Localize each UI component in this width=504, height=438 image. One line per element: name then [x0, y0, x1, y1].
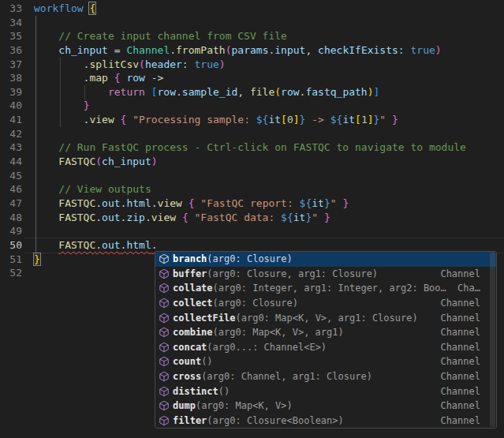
code-token: ( [95, 155, 102, 167]
code-token: row [281, 86, 299, 98]
code-token: ) [368, 86, 374, 98]
line-number[interactable]: 33 [0, 2, 22, 16]
code-token: = [108, 44, 126, 56]
code-token: Channel [126, 44, 170, 56]
symbol-method-icon [158, 356, 170, 367]
code-line[interactable]: workflow { [34, 2, 504, 16]
suggest-item-combine[interactable]: combine(arg0: Map<K, V>, arg1)Channel [155, 325, 496, 340]
code-line[interactable]: FASTQC.out.html. [34, 238, 504, 253]
suggest-item-signature: (arg0: Map<K, V>) [196, 400, 293, 411]
code-line[interactable]: .map { row -> [34, 71, 504, 85]
code-line[interactable] [34, 127, 504, 141]
code-line[interactable]: .view { "Processing sample: ${it[0]} -> … [34, 113, 504, 127]
code-token [34, 86, 108, 98]
code-token: FASTQC [58, 212, 95, 223]
code-token: sample_id [182, 86, 237, 98]
code-token: "Processing sample: [133, 114, 256, 125]
line-number[interactable]: 41 [0, 113, 22, 127]
code-token: . [95, 239, 102, 251]
line-number[interactable]: 47 [0, 197, 22, 211]
code-token: . [95, 197, 102, 209]
code-token: " [379, 114, 386, 125]
line-number[interactable]: 45 [0, 169, 22, 183]
code-token: . [34, 72, 89, 84]
code-line[interactable]: return [row.sample_id, file(row.fastq_pa… [34, 85, 504, 99]
code-area[interactable]: workflow { // Create input channel from … [34, 2, 504, 280]
code-token: checkIfExists: [318, 44, 405, 56]
code-line[interactable]: FASTQC.out.zip.view { "FastQC data: ${it… [34, 211, 504, 225]
suggest-item-cross[interactable]: cross(arg0: Channel, arg1: Closure)Chann… [155, 369, 496, 384]
code-token: . [151, 197, 158, 209]
line-number[interactable]: 37 [0, 58, 22, 72]
line-number[interactable]: 50 [0, 238, 22, 253]
suggest-item-return-type: Channel [434, 400, 480, 411]
code-line[interactable]: // Run FastQC process - Ctrl-click on FA… [34, 140, 504, 155]
line-number[interactable]: 40 [0, 99, 22, 113]
line-number[interactable]: 43 [0, 140, 22, 155]
code-token [318, 212, 324, 223]
suggest-item-branch[interactable]: branch(arg0: Closure) [155, 252, 496, 267]
suggest-item-collate[interactable]: collate(arg0: Integer, arg1: Integer, ar… [155, 281, 496, 296]
code-line[interactable]: // View outputs [34, 182, 504, 197]
line-number[interactable]: 51 [0, 253, 22, 267]
code-token [34, 30, 58, 42]
suggest-item-filter[interactable]: filter(arg0: Closure<Boolean>)Channel [155, 414, 496, 429]
code-token: it [342, 114, 355, 125]
code-line[interactable]: // Create input channel from CSV file [34, 29, 504, 43]
code-token [189, 212, 195, 223]
suggest-item-label: combine [173, 327, 213, 338]
code-token [176, 212, 182, 223]
code-line[interactable] [34, 16, 504, 30]
code-token: true [411, 44, 435, 56]
suggest-item-buffer[interactable]: buffer(arg0: Closure, arg1: Closure)Chan… [155, 267, 496, 282]
suggest-item-collectFile[interactable]: collectFile(arg0: Map<K, V>, arg1: Closu… [155, 310, 496, 325]
suggest-scrollbar[interactable] [490, 253, 495, 427]
code-line[interactable]: .splitCsv(header: true) [34, 58, 504, 72]
code-token: input [274, 44, 305, 56]
code-token: true [195, 58, 219, 70]
code-token: -> [305, 114, 330, 125]
code-token: row [126, 72, 144, 84]
line-number[interactable]: 36 [0, 43, 22, 58]
line-number[interactable]: 34 [0, 16, 22, 30]
code-token [145, 86, 151, 98]
symbol-method-icon [158, 268, 170, 279]
suggest-item-return-type: Cha… [451, 283, 480, 294]
autocomplete-popup: branch(arg0: Closure)buffer(arg0: Closur… [155, 251, 497, 429]
code-line[interactable] [34, 169, 504, 183]
code-token: ] [293, 114, 300, 125]
code-line[interactable] [34, 224, 504, 238]
code-token: header: [145, 58, 189, 70]
line-number[interactable]: 49 [0, 224, 22, 238]
line-number[interactable]: 35 [0, 29, 22, 43]
code-token: . [151, 239, 158, 251]
suggest-item-count[interactable]: count()Channel [155, 354, 496, 369]
suggest-item-signature: (arg0...: Channel<E>) [207, 342, 327, 353]
suggest-item-signature: (arg0: Closure) [213, 298, 298, 309]
line-number[interactable]: 42 [0, 127, 22, 141]
suggest-item-return-type: Channel [434, 386, 480, 397]
line-number[interactable]: 39 [0, 85, 22, 99]
suggest-item-return-type: Channel [434, 313, 480, 324]
code-line[interactable]: } [34, 99, 504, 113]
code-token: } [324, 197, 330, 209]
symbol-method-icon [158, 283, 170, 294]
code-line[interactable]: ch_input = Channel.fromPath(params.input… [34, 43, 504, 58]
code-token: } [84, 99, 90, 111]
suggest-item-collect[interactable]: collect(arg0: Closure)Channel [155, 296, 496, 311]
line-number[interactable]: 52 [0, 266, 22, 280]
suggest-item-dump[interactable]: dump(arg0: Map<K, V>)Channel [155, 399, 496, 414]
code-token [34, 212, 58, 223]
line-number[interactable]: 48 [0, 211, 22, 225]
code-token [405, 44, 411, 56]
code-line[interactable]: FASTQC(ch_input) [34, 155, 504, 169]
code-token: , [305, 44, 318, 56]
line-number[interactable]: 46 [0, 182, 22, 197]
code-token: map [89, 72, 107, 84]
code-line[interactable]: FASTQC.out.html.view { "FastQC report: $… [34, 197, 504, 211]
line-number[interactable]: 44 [0, 155, 22, 169]
line-number[interactable]: 38 [0, 71, 22, 85]
suggest-item-concat[interactable]: concat(arg0...: Channel<E>)Channel [155, 340, 496, 355]
suggest-item-distinct[interactable]: distinct()Channel [155, 384, 496, 399]
code-token [108, 72, 114, 84]
